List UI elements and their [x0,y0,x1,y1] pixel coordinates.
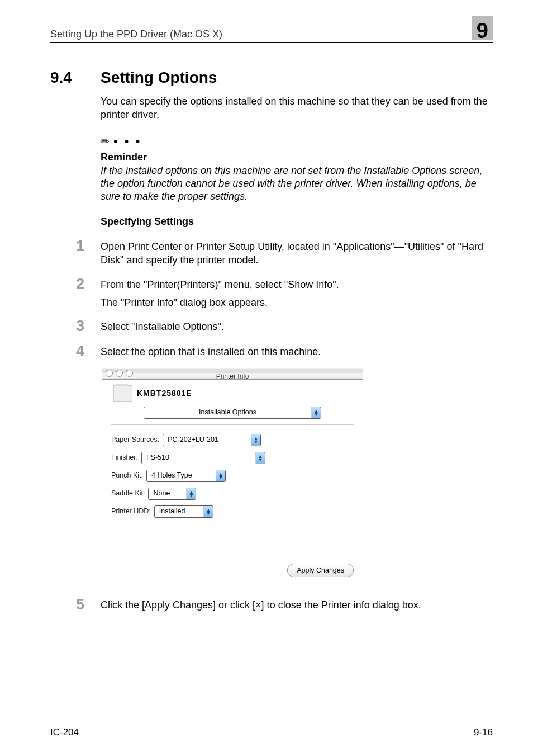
section-heading: 9.4 Setting Options [50,69,493,87]
ellipsis-icon: • • • [113,134,141,148]
specifying-settings-heading: Specifying Settings [101,215,493,228]
dialog-titlebar: Printer Info [102,368,363,380]
step-text: From the "Printer(Printers)" menu, selec… [101,279,339,290]
printer-name: KMBT25801E [137,388,192,399]
reminder-label: Reminder [101,150,493,164]
printer-hdd-select[interactable]: Installed▲▼ [154,505,213,518]
step-text: Select the option that is installed on t… [101,343,493,359]
footer-right: 9-16 [474,727,493,738]
panel-select-value: Installable Options [144,408,311,417]
punch-kit-select[interactable]: 4 Holes Type▲▼ [146,470,226,482]
reminder-block: ✎• • • Reminder If the installed options… [101,133,493,204]
chapter-number: 9 [477,19,488,43]
minimize-icon[interactable] [116,370,123,377]
apply-changes-button[interactable]: Apply Changes [287,564,354,577]
chevron-updown-icon: ▲▼ [186,488,196,499]
running-header: Setting Up the PPD Driver (Mac OS X) 9 [50,21,493,43]
step-number: 2 [76,276,101,310]
printer-hdd-label: Printer HDD: [111,507,151,516]
chevron-updown-icon: ▲▼ [216,470,225,481]
section-title: Setting Options [101,69,217,87]
finisher-label: Finisher: [111,453,138,462]
page-footer: IC-204 9-16 [50,722,493,738]
step-2: 2 From the "Printer(Printers)" menu, sel… [76,276,493,310]
reminder-text: If the installed options on this machine… [101,164,493,204]
finisher-select[interactable]: FS-510▲▼ [141,452,265,464]
step-5: 5 Click the [Apply Changes] or click [×]… [76,597,493,612]
chevron-updown-icon: ▲▼ [203,506,213,517]
step-number: 5 [76,597,101,612]
step-number: 4 [76,343,101,359]
pencil-icon: ✎ [97,133,114,150]
step-1: 1 Open Print Center or Printer Setup Uti… [76,238,493,267]
paper-sources-select[interactable]: PC-202+LU-201▲▼ [163,434,261,446]
step-number: 1 [76,238,101,267]
punch-kit-label: Punch Kit: [111,471,143,480]
printer-info-dialog: Printer Info KMBT25801E Installable Opti… [102,368,363,585]
running-header-text: Setting Up the PPD Driver (Mac OS X) [50,29,222,40]
paper-sources-label: Paper Sources: [111,435,159,445]
step-text: Open Print Center or Printer Setup Utili… [101,238,493,267]
saddle-kit-select[interactable]: None▲▼ [148,488,196,500]
close-icon[interactable] [106,370,113,377]
step-4: 4 Select the option that is installed on… [76,343,493,359]
panel-select[interactable]: Installable Options ▲▼ [144,407,321,419]
chevron-updown-icon: ▲▼ [311,407,321,418]
printer-icon [113,385,132,402]
zoom-icon[interactable] [126,370,133,377]
chevron-updown-icon: ▲▼ [251,434,260,446]
dialog-title: Printer Info [216,372,249,380]
saddle-kit-label: Saddle Kit: [111,489,145,498]
chevron-updown-icon: ▲▼ [255,452,265,464]
step-text: Select "Installable Options". [101,318,493,334]
section-number: 9.4 [50,69,101,87]
step-number: 3 [76,318,101,334]
footer-left: IC-204 [50,727,79,738]
step-subtext: The "Printer Info" dialog box appears. [101,296,493,309]
step-3: 3 Select "Installable Options". [76,318,493,334]
step-text: Click the [Apply Changes] or click [×] t… [101,597,493,612]
intro-paragraph: You can specify the options installed on… [101,94,493,122]
